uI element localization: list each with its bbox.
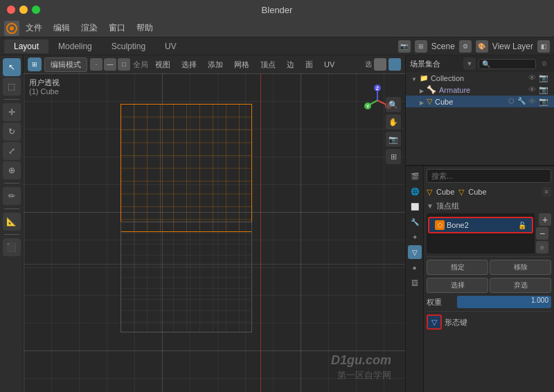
grid-settings-button[interactable]: ⊞ [386, 149, 401, 164]
edge-menu[interactable]: 边 [283, 58, 298, 71]
vertex-select-icon[interactable]: · [90, 58, 102, 71]
svg-rect-2 [120, 104, 252, 232]
scene-label: Scene [431, 42, 455, 51]
vertex-group-menu-button[interactable]: ≡ [536, 241, 548, 253]
outliner-options-icon[interactable]: ⚙ [539, 58, 550, 69]
measure-tool[interactable]: 📐 [3, 213, 21, 231]
menu-file[interactable]: 文件 [21, 21, 47, 35]
prop-header-menu-icon[interactable]: ≡ [542, 187, 551, 197]
add-cube-tool[interactable]: ⬛ [3, 238, 21, 256]
uv-menu[interactable]: UV [320, 59, 339, 70]
svg-point-1 [10, 26, 14, 30]
tab-layout[interactable]: Layout [4, 39, 48, 53]
viewport-3d[interactable]: ⊞ 编辑模式 · — □ 全局 视图 选择 添加 网格 顶点 边 面 UV 选 [24, 55, 405, 392]
deselect-button[interactable]: 弃选 [490, 278, 551, 293]
weight-bar[interactable]: 1.000 [457, 296, 551, 308]
tab-sculpting[interactable]: Sculpting [102, 39, 155, 53]
shading-icon[interactable] [374, 58, 386, 71]
prop-modifier-icon[interactable]: 🔧 [408, 215, 422, 229]
select-box-tool[interactable]: ⬚ [3, 78, 21, 96]
view-layer-label: View Layer [492, 42, 533, 51]
edge-select-icon[interactable]: — [104, 58, 116, 71]
outliner-armature[interactable]: 🦴 Armature 👁 📷 [406, 84, 554, 96]
add-vertex-group-button[interactable]: + [539, 213, 551, 226]
outliner-header: 场景集合 ▼ 🔍 ⚙ [406, 55, 554, 72]
render-icon[interactable]: 📷 [539, 73, 548, 82]
assign-button[interactable]: 指定 [427, 260, 488, 275]
vertex-group-section-label: 顶点组 [436, 201, 459, 211]
vertex-group-icon: ⬡ [435, 220, 445, 230]
cube-bottom-mesh [120, 222, 252, 332]
scale-tool[interactable]: ⤢ [3, 142, 21, 160]
prop-scene-icon[interactable]: 🎬 [408, 169, 422, 183]
properties-panel: 🎬 🌐 ⬜ 🔧 ✦ ▽ ● 🖼 ▽ Cube ▽ Cube ≡ [406, 166, 554, 392]
vertex-group-filter: ▼ 顶点组 [427, 201, 551, 211]
grid-icon: ⊞ [415, 40, 427, 53]
select-menu[interactable]: 选择 [177, 58, 201, 71]
grab-tool-button[interactable]: ✋ [386, 114, 401, 130]
vertex-group-list: ⬡ Bone2 🔓 [427, 213, 535, 253]
prop-texture-icon[interactable]: 🖼 [408, 276, 422, 289]
mesh-triangle-icon: ▽ [427, 188, 432, 197]
property-search[interactable] [427, 169, 551, 183]
prop-world-icon[interactable]: 🌐 [408, 184, 422, 198]
prop-particles-icon[interactable]: ✦ [408, 230, 422, 244]
cursor-tool[interactable]: ↖ [3, 58, 21, 76]
tab-modeling[interactable]: Modeling [48, 39, 102, 53]
menu-window[interactable]: 窗口 [104, 21, 130, 35]
property-icons: 🎬 🌐 ⬜ 🔧 ✦ ▽ ● 🖼 [406, 166, 424, 392]
transform-tool[interactable]: ⊕ [3, 161, 21, 179]
prop-material-icon[interactable]: ● [408, 260, 422, 274]
maximize-button[interactable] [32, 6, 40, 14]
annotate-tool[interactable]: ✏ [3, 187, 21, 205]
prop-object-name: Cube [468, 188, 486, 196]
edit-mode-dropdown[interactable]: 编辑模式 [44, 57, 87, 72]
armature-visibility-icon[interactable]: 👁 [528, 85, 536, 94]
viewport-icon[interactable]: ⊞ [28, 57, 42, 71]
cube-visibility-icon[interactable]: 👁 [528, 97, 536, 106]
bone2-vertex-group[interactable]: ⬡ Bone2 🔓 [428, 217, 533, 233]
armature-row-icons: 👁 📷 [528, 85, 548, 94]
mesh-menu[interactable]: 网格 [230, 58, 253, 71]
scene-area: 📷 ⊞ Scene ⚙ 🎨 View Layer ◧ [398, 40, 550, 53]
minimize-button[interactable] [19, 6, 28, 14]
overlay-icon[interactable] [388, 58, 401, 71]
armature-render-icon[interactable]: 📷 [539, 85, 548, 94]
left-toolbar: ↖ ⬚ ✛ ↻ ⤢ ⊕ ✏ 📐 ⬛ [0, 55, 24, 392]
camera-button[interactable]: 📷 [386, 132, 401, 147]
vertex-group-select-row: 选择 弃选 [427, 278, 551, 293]
close-button[interactable] [7, 6, 15, 14]
menu-render[interactable]: 渲染 [76, 21, 102, 35]
outliner-cube[interactable]: ▽ Cube ⬡ 🔧 👁 📷 [406, 96, 554, 107]
vertex-group-actions-row: 指定 移除 [427, 260, 551, 275]
face-select-icon[interactable]: □ [118, 58, 130, 71]
menu-edit[interactable]: 编辑 [48, 21, 75, 35]
add-menu[interactable]: 添加 [204, 58, 227, 71]
cube-render-icon[interactable]: 📷 [539, 97, 548, 106]
move-tool[interactable]: ✛ [3, 103, 21, 121]
outliner-search[interactable]: 🔍 [479, 59, 536, 69]
toolbar-separator-1 [4, 99, 19, 100]
face-menu[interactable]: 面 [301, 58, 317, 71]
shape-keys-active-icon[interactable]: ▽ [427, 314, 442, 330]
cube-mesh-type-icon: ⬡ [508, 97, 515, 106]
outliner-filter-icon[interactable]: ▼ [463, 57, 476, 70]
remove-button[interactable]: 移除 [490, 260, 551, 275]
blender-icon[interactable] [4, 21, 19, 36]
outliner: 场景集合 ▼ 🔍 ⚙ 📁 Collection 👁 📷 🦴 Armature [406, 55, 554, 166]
prop-mesh-icon[interactable]: ▽ [408, 245, 422, 259]
bone-line [260, 73, 261, 392]
remove-vertex-group-button[interactable]: − [536, 227, 548, 240]
prop-object-icon[interactable]: ⬜ [408, 199, 422, 213]
menu-help[interactable]: 帮助 [132, 21, 158, 35]
rotate-tool[interactable]: ↻ [3, 123, 21, 141]
view-menu[interactable]: 视图 [151, 58, 175, 71]
outliner-collection[interactable]: 📁 Collection 👁 📷 [406, 72, 554, 84]
vertex-group-lock-icon[interactable]: 🔓 [518, 222, 526, 229]
zoom-in-button[interactable]: 🔍 [386, 97, 401, 112]
mesh-triangle-icon-2: ▽ [458, 188, 464, 197]
tab-uv[interactable]: UV [155, 39, 186, 53]
vertex-menu[interactable]: 顶点 [256, 58, 280, 71]
visibility-icon[interactable]: 👁 [528, 73, 536, 82]
select-button[interactable]: 选择 [427, 278, 488, 293]
